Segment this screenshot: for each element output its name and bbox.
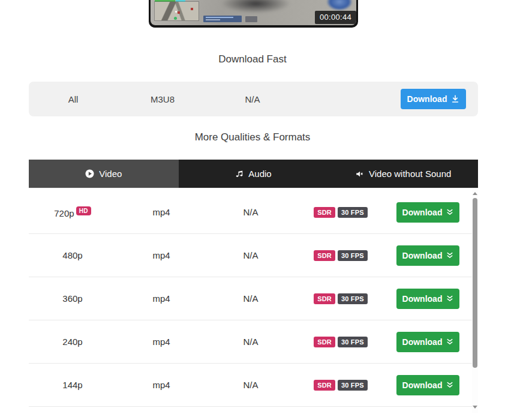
more-section-title: More Qualities & Formats	[0, 131, 505, 143]
format-row: 240p mp4 N/A SDR 30 FPS Download	[29, 320, 472, 364]
blue-object-decoration	[326, 0, 353, 11]
double-chevron-down-icon	[446, 252, 453, 259]
row-download-button-label: Download	[402, 294, 443, 304]
row-size: N/A	[206, 293, 295, 304]
game-hint-box	[245, 16, 257, 22]
fps-badge: 30 FPS	[338, 380, 368, 391]
row-badges: SDR 30 FPS	[295, 337, 386, 347]
table-scrollbar[interactable]	[472, 188, 478, 413]
minimap-marker-icon	[191, 8, 193, 10]
row-download-button-label: Download	[402, 380, 443, 390]
tab-audio-label: Audio	[248, 169, 271, 179]
row-badges: SDR 30 FPS	[295, 380, 386, 391]
sdr-badge: SDR	[314, 337, 335, 347]
minimap-marker-icon	[174, 17, 177, 20]
tab-video-label: Video	[99, 169, 122, 179]
play-circle-icon	[85, 169, 94, 178]
fast-download-button-label: Download	[407, 94, 447, 104]
row-size: N/A	[206, 250, 295, 260]
row-format: mp4	[116, 250, 206, 260]
minimap-player-icon	[175, 11, 177, 13]
tab-video-without-sound-label: Video without Sound	[369, 169, 451, 179]
sdr-badge: SDR	[314, 293, 335, 304]
double-chevron-down-icon	[446, 338, 453, 346]
row-badges: SDR 30 FPS	[295, 293, 386, 304]
game-subtitle-box	[203, 16, 242, 22]
tab-video-without-sound[interactable]: Video without Sound	[328, 160, 478, 188]
row-quality: 480p	[29, 250, 116, 260]
row-size: N/A	[206, 207, 295, 217]
video-thumbnail[interactable]: 00:00:44	[149, 0, 358, 28]
game-minimap	[155, 2, 199, 20]
row-format: mp4	[116, 293, 206, 304]
sdr-badge: SDR	[314, 207, 335, 218]
download-arrow-icon	[451, 95, 459, 103]
row-download-button[interactable]: Download	[396, 289, 459, 309]
video-duration-badge: 00:00:44	[315, 11, 356, 24]
row-format: mp4	[116, 207, 206, 217]
road-shadow-decoration	[221, 0, 290, 13]
hd-badge: HD	[76, 206, 91, 215]
fast-quality: All	[29, 94, 118, 104]
double-chevron-down-icon	[446, 209, 453, 216]
tab-audio[interactable]: Audio	[179, 160, 329, 188]
scrollbar-down-arrow-icon[interactable]	[473, 406, 477, 409]
row-quality: 720pHD	[29, 206, 116, 218]
minimap-marker-icon	[178, 11, 180, 14]
row-size: N/A	[206, 337, 295, 347]
sdr-badge: SDR	[314, 380, 335, 391]
format-row: 144p mp4 N/A SDR 30 FPS Download	[29, 364, 472, 407]
format-table-body: 720pHD mp4 N/A SDR 30 FPS Download 480p …	[29, 188, 472, 407]
double-chevron-down-icon	[446, 382, 453, 389]
video-preview-image: 00:00:44	[151, 0, 356, 25]
format-row: 360p mp4 N/A SDR 30 FPS Download	[29, 277, 472, 320]
format-table: 720pHD mp4 N/A SDR 30 FPS Download 480p …	[29, 188, 478, 412]
sdr-badge: SDR	[314, 250, 335, 261]
format-row: 720pHD mp4 N/A SDR 30 FPS Download	[29, 191, 472, 234]
format-tabbar: Video Audio Video without Sound	[29, 160, 478, 188]
music-note-icon	[235, 169, 244, 178]
row-download-button[interactable]: Download	[396, 375, 459, 395]
row-quality: 240p	[29, 337, 116, 347]
row-download-button-label: Download	[402, 337, 443, 347]
fast-download-panel: All M3U8 N/A Download	[29, 82, 478, 116]
row-format: mp4	[116, 337, 206, 347]
fps-badge: 30 FPS	[338, 293, 368, 304]
row-download-button-label: Download	[402, 251, 443, 260]
fast-format: M3U8	[118, 94, 208, 104]
row-quality: 360p	[29, 293, 116, 304]
double-chevron-down-icon	[446, 295, 453, 302]
row-download-button-label: Download	[402, 208, 443, 217]
format-row: 480p mp4 N/A SDR 30 FPS Download	[29, 234, 472, 277]
row-badges: SDR 30 FPS	[295, 207, 386, 218]
row-quality: 144p	[29, 380, 116, 390]
row-size: N/A	[206, 380, 295, 390]
fast-download-button[interactable]: Download	[401, 89, 466, 109]
tab-video[interactable]: Video	[29, 160, 179, 188]
row-badges: SDR 30 FPS	[295, 250, 386, 261]
row-download-button[interactable]: Download	[396, 332, 459, 352]
row-download-button[interactable]: Download	[396, 245, 459, 266]
fast-size: N/A	[208, 94, 297, 104]
scrollbar-thumb[interactable]	[473, 198, 477, 368]
fast-section-title: Download Fast	[0, 53, 505, 65]
scrollbar-up-arrow-icon[interactable]	[473, 192, 477, 195]
row-download-button[interactable]: Download	[396, 202, 459, 223]
fps-badge: 30 FPS	[338, 250, 368, 261]
speaker-muted-icon	[355, 170, 364, 178]
row-format: mp4	[116, 380, 206, 390]
fps-badge: 30 FPS	[338, 337, 368, 347]
fps-badge: 30 FPS	[338, 207, 368, 218]
